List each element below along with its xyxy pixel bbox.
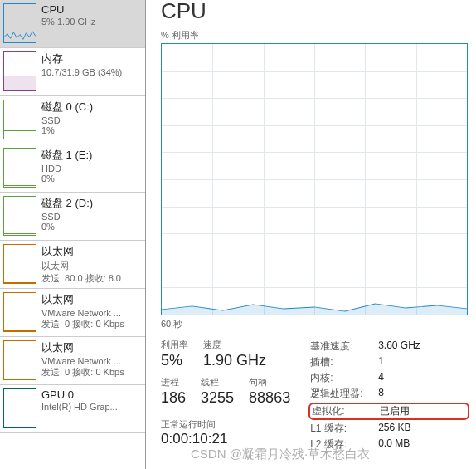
chart-xlabel: 60 秒 — [161, 318, 468, 330]
sidebar-title: CPU — [41, 3, 140, 16]
stat-threads: 线程 3255 — [201, 376, 234, 407]
sidebar-title: 磁盘 1 (E:) — [41, 148, 140, 163]
stat-handles: 句柄 88863 — [249, 376, 290, 407]
sidebar-sub2: 发送: 0 接收: 0 Kbps — [41, 366, 140, 379]
kv-l2-cache: L2 缓存:0.0 MB — [310, 437, 468, 452]
cpu-minigraph — [3, 3, 36, 43]
kv-sockets: 插槽:1 — [310, 354, 468, 370]
sidebar-item-cpu[interactable]: CPU 5% 1.90 GHz — [0, 0, 145, 48]
disk-minigraph — [3, 196, 36, 236]
sidebar-item-eth0[interactable]: 以太网 以太网 发送: 80.0 接收: 8.0 — [0, 241, 145, 289]
sidebar-item-memory[interactable]: 内存 10.7/31.9 GB (34%) — [0, 48, 145, 96]
sidebar-sub2: 发送: 0 接收: 0 Kbps — [41, 318, 140, 330]
sidebar-sub2: 1% — [41, 125, 140, 135]
sidebar-sub: SSD — [41, 212, 140, 222]
sidebar-title: 以太网 — [41, 340, 140, 355]
sidebar-sub: 5% 1.90 GHz — [41, 17, 140, 27]
kv-l1-cache: L1 缓存:256 KB — [310, 421, 468, 437]
sidebar-sub: VMware Network ... — [41, 356, 140, 366]
sidebar-title: 以太网 — [41, 244, 140, 259]
cpu-utilization-chart[interactable] — [161, 43, 468, 315]
sidebar-sub: 以太网 — [41, 260, 140, 272]
sidebar-item-eth2[interactable]: 以太网 VMware Network ... 发送: 0 接收: 0 Kbps — [0, 337, 145, 385]
main-panel: CPU % 利用率 60 秒 利用率 5% 速度 1.90 GHz — [146, 0, 476, 469]
sidebar-sub: SSD — [41, 115, 140, 125]
sidebar-item-disk0[interactable]: 磁盘 0 (C:) SSD 1% — [0, 96, 145, 144]
chart-ylabel: % 利用率 — [161, 29, 468, 42]
sidebar-sub2: 发送: 80.0 接收: 8.0 — [41, 272, 140, 285]
sidebar-title: 以太网 — [41, 292, 140, 307]
kv-cores: 内核:4 — [310, 370, 468, 386]
sidebar-title: 磁盘 2 (D:) — [41, 196, 140, 211]
sidebar-sub2: 0% — [41, 222, 140, 232]
sidebar-sub: HDD — [41, 164, 140, 173]
stat-utilization: 利用率 5% — [161, 339, 188, 369]
sidebar-sub: VMware Network ... — [41, 308, 140, 318]
kv-virtualization: 虚拟化:已启用 — [308, 403, 469, 420]
sidebar-item-disk2[interactable]: 磁盘 2 (D:) SSD 0% — [0, 193, 145, 241]
memory-minigraph — [3, 51, 36, 91]
sidebar-item-disk1[interactable]: 磁盘 1 (E:) HDD 0% — [0, 144, 145, 193]
sidebar-title: GPU 0 — [41, 388, 140, 401]
eth-minigraph — [3, 340, 36, 380]
stat-processes: 进程 186 — [161, 376, 186, 407]
stats-right: 基准速度:3.60 GHz 插槽:1 内核:4 逻辑处理器:8 虚拟化:已启用 … — [310, 339, 468, 452]
eth-minigraph — [3, 244, 36, 284]
page-title: CPU — [161, 0, 468, 24]
sidebar-title: 磁盘 0 (C:) — [41, 100, 140, 115]
sidebar-sub2: 0% — [41, 173, 140, 183]
sidebar: CPU 5% 1.90 GHz 内存 10.7/31.9 GB (34%) 磁盘… — [0, 0, 146, 469]
sidebar-sub: Intel(R) HD Grap... — [41, 402, 140, 412]
sidebar-title: 内存 — [41, 51, 140, 66]
stats-left: 利用率 5% 速度 1.90 GHz 进程 186 线程 325 — [161, 339, 290, 452]
stat-speed: 速度 1.90 GHz — [203, 339, 266, 369]
disk-minigraph — [3, 148, 36, 188]
kv-logical-procs: 逻辑处理器:8 — [310, 386, 468, 402]
eth-minigraph — [3, 292, 36, 332]
disk-minigraph — [3, 100, 36, 139]
stat-uptime: 正常运行时间 0:00:10:21 — [161, 413, 290, 447]
sidebar-item-gpu0[interactable]: GPU 0 Intel(R) HD Grap... — [0, 385, 145, 433]
sidebar-item-eth1[interactable]: 以太网 VMware Network ... 发送: 0 接收: 0 Kbps — [0, 289, 145, 337]
sidebar-sub: 10.7/31.9 GB (34%) — [41, 67, 140, 77]
gpu-minigraph — [3, 388, 36, 428]
kv-base-speed: 基准速度:3.60 GHz — [310, 339, 468, 354]
